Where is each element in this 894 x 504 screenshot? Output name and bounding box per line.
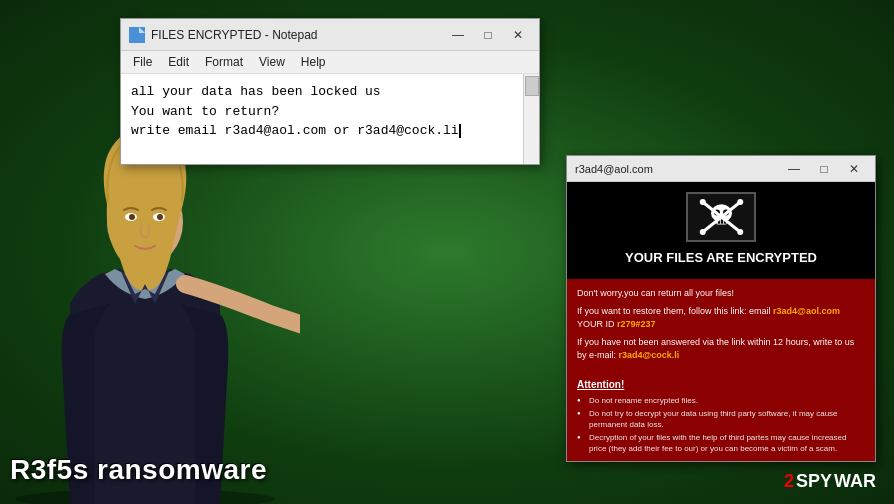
notepad-file-icon: [129, 27, 145, 43]
notepad-title-left: FILES ENCRYPTED - Notepad: [129, 27, 318, 43]
ransom-controls: — □ ✕: [781, 159, 867, 179]
watermark: 2 SPY WAR: [784, 471, 876, 492]
skull-area: YOUR FILES ARE ENCRYPTED: [567, 182, 875, 279]
ransom-title: r3ad4@aol.com: [575, 163, 653, 175]
notepad-content: all your data has been locked us You wan…: [121, 74, 539, 164]
ransom-body: YOUR FILES ARE ENCRYPTED Don't worry,you…: [567, 182, 875, 461]
svg-point-6: [157, 214, 163, 220]
minimize-button[interactable]: —: [445, 25, 471, 45]
ransom-maximize-button[interactable]: □: [811, 159, 837, 179]
ransom-headline: YOUR FILES ARE ENCRYPTED: [617, 246, 825, 269]
menu-view[interactable]: View: [251, 53, 293, 71]
bottom-label: R3f5s ransomware: [10, 454, 267, 486]
notepad-menubar: File Edit Format View Help: [121, 51, 539, 74]
svg-point-19: [737, 199, 743, 205]
attention-item-3: Decryption of your files with the help o…: [577, 431, 865, 455]
ransom-attention: Attention! Do not rename encrypted files…: [567, 375, 875, 462]
watermark-war: WAR: [834, 471, 876, 492]
ransom-note-window: r3ad4@aol.com — □ ✕: [566, 155, 876, 462]
ransom-body-line1: Don't worry,you can return all your file…: [577, 287, 865, 301]
maximize-button[interactable]: □: [475, 25, 501, 45]
menu-format[interactable]: Format: [197, 53, 251, 71]
notepad-titlebar: FILES ENCRYPTED - Notepad — □ ✕: [121, 19, 539, 51]
ransom-close-button[interactable]: ✕: [841, 159, 867, 179]
attention-list: Do not rename encrypted files. Do not tr…: [577, 394, 865, 456]
ransom-body-line3: If you have not been answered via the li…: [577, 336, 865, 363]
notepad-scrollbar[interactable]: [523, 74, 539, 164]
menu-help[interactable]: Help: [293, 53, 334, 71]
watermark-2: 2: [784, 471, 794, 492]
ransom-text-area: Don't worry,you can return all your file…: [567, 279, 875, 375]
attention-title: Attention!: [577, 379, 865, 390]
svg-point-21: [737, 229, 743, 235]
ransom-body-line2: If you want to restore them, follow this…: [577, 305, 865, 332]
ransom-email1: r3ad4@aol.com: [773, 306, 840, 316]
ransom-email2: r3ad4@cock.li: [619, 350, 680, 360]
svg-point-20: [699, 199, 705, 205]
ransom-minimize-button[interactable]: —: [781, 159, 807, 179]
text-cursor: [459, 124, 461, 138]
notepad-line3: write email r3ad4@aol.com or r3ad4@cock.…: [131, 121, 529, 141]
ransom-titlebar: r3ad4@aol.com — □ ✕: [567, 156, 875, 182]
notepad-line2: You want to return?: [131, 102, 529, 122]
svg-rect-12: [720, 219, 722, 224]
notepad-title: FILES ENCRYPTED - Notepad: [151, 28, 318, 42]
ransom-id: r279#237: [617, 319, 656, 329]
attention-item-2: Do not try to decrypt your data using th…: [577, 407, 865, 431]
svg-point-5: [129, 214, 135, 220]
menu-edit[interactable]: Edit: [160, 53, 197, 71]
svg-point-18: [699, 229, 705, 235]
notepad-window: FILES ENCRYPTED - Notepad — □ ✕ File Edi…: [120, 18, 540, 165]
menu-file[interactable]: File: [125, 53, 160, 71]
notepad-controls: — □ ✕: [445, 25, 531, 45]
close-button[interactable]: ✕: [505, 25, 531, 45]
watermark-spy: SPY: [796, 471, 832, 492]
skull-flag: [686, 192, 756, 242]
notepad-line1: all your data has been locked us: [131, 82, 529, 102]
attention-item-1: Do not rename encrypted files.: [577, 394, 865, 407]
